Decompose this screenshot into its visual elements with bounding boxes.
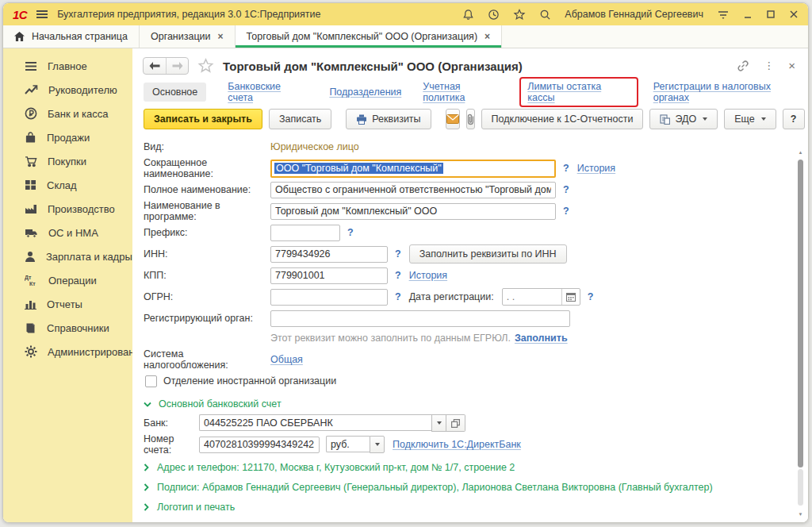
bank-dropdown-button[interactable] — [431, 414, 446, 432]
history-nav-buttons — [143, 57, 189, 75]
foreign-branch-checkbox[interactable] — [145, 375, 157, 387]
tax-system-label: Система налогообложения: — [144, 348, 270, 371]
close-form-icon[interactable]: × — [788, 59, 795, 72]
calendar-icon[interactable] — [561, 289, 580, 305]
attachments-button[interactable] — [466, 109, 475, 129]
maximize-icon[interactable] — [766, 10, 776, 19]
nav-bank-accounts[interactable]: Банковские счета — [228, 81, 308, 103]
tab-home[interactable]: Начальная страница — [3, 25, 140, 48]
nav-cash-limits[interactable]: Лимиты остатка кассы — [527, 81, 601, 103]
sidebar-item-directories[interactable]: Справочники — [3, 316, 132, 340]
tab-close-icon[interactable]: × — [485, 31, 490, 42]
printer-icon — [356, 114, 367, 125]
back-button[interactable] — [144, 58, 166, 74]
section-address-phone[interactable]: Адрес и телефон: 121170, Москва г, Кутуз… — [144, 457, 808, 477]
help-mark[interactable]: ? — [395, 291, 401, 302]
help-mark[interactable]: ? — [395, 248, 401, 260]
bank-account-section-toggle[interactable]: Основной банковский счет — [144, 394, 808, 414]
help-mark[interactable]: ? — [563, 184, 569, 195]
sidebar-item-main[interactable]: Главное — [3, 54, 132, 78]
section-tax-inspection[interactable]: Налоговая инспекция: 7799 Межрегиональна… — [144, 517, 808, 522]
kpp-history-link[interactable]: История — [409, 270, 447, 281]
close-window-icon[interactable] — [789, 10, 799, 19]
sidebar-item-label: Банк и касса — [48, 108, 109, 120]
short-name-input[interactable]: ООО "Торговый дом "Комплексный" — [270, 160, 556, 178]
tax-system-link[interactable]: Общая — [270, 354, 303, 365]
more-menu-icon[interactable]: ⋮ — [764, 62, 774, 70]
service-settings-icon[interactable] — [717, 10, 730, 20]
scroll-down-arrow[interactable]: ▼ — [798, 512, 803, 517]
kpp-input[interactable] — [270, 267, 388, 284]
section-label: Налоговая инспекция: 7799 Межрегиональна… — [157, 521, 555, 523]
bank-open-button[interactable] — [446, 414, 465, 432]
sidebar-item-purchases[interactable]: Покупки — [3, 149, 132, 173]
short-name-history-link[interactable]: История — [577, 163, 615, 174]
full-name-input[interactable] — [270, 182, 556, 198]
sidebar-item-warehouse[interactable]: Склад — [3, 173, 132, 197]
sidebar-item-operations[interactable]: ДтКт Операции — [3, 268, 132, 292]
scroll-up-arrow[interactable]: ▲ — [798, 150, 803, 155]
sidebar-item-production[interactable]: Производство — [3, 197, 132, 221]
program-name-input[interactable] — [270, 203, 556, 220]
nav-tax-registrations[interactable]: Регистрации в налоговых органах — [653, 81, 808, 103]
sidebar-item-sales[interactable]: Продажи — [3, 125, 132, 149]
help-button[interactable]: ? — [783, 109, 805, 129]
form-navigation: Основное Банковские счета Подразделения … — [144, 82, 808, 102]
help-mark[interactable]: ? — [395, 270, 401, 281]
help-mark[interactable]: ? — [563, 206, 569, 217]
fill-by-inn-button[interactable]: Заполнить реквизиты по ИНН — [409, 244, 567, 264]
selected-text: ООО "Торговый дом "Комплексный" — [274, 163, 443, 174]
bank-label: Банк: — [144, 417, 199, 429]
minimize-icon[interactable] — [743, 10, 753, 19]
send-email-button[interactable] — [446, 109, 460, 129]
favorites-star-icon[interactable] — [513, 9, 526, 21]
requisites-button[interactable]: Реквизиты — [346, 109, 431, 129]
edo-button[interactable]: ЭДО — [649, 109, 718, 129]
ogrn-input[interactable] — [270, 289, 388, 306]
nav-main[interactable]: Основное — [144, 83, 206, 102]
save-and-close-button[interactable]: Записать и закрыть — [144, 109, 262, 129]
section-logo-stamp[interactable]: Логотип и печать — [144, 497, 808, 517]
forward-button[interactable] — [166, 58, 188, 74]
prefix-input[interactable] — [270, 225, 340, 241]
inn-input[interactable] — [270, 246, 388, 263]
notifications-bell-icon[interactable] — [462, 9, 474, 21]
sidebar-item-salary-hr[interactable]: Зарплата и кадры — [3, 244, 132, 268]
sidebar-item-fixed-assets[interactable]: ОС и НМА — [3, 221, 132, 244]
ogrn-label: ОГРН: — [144, 291, 270, 302]
sidebar-item-bank-cash[interactable]: Банк и касса — [3, 102, 132, 125]
help-mark[interactable]: ? — [347, 227, 354, 238]
sidebar-item-manager[interactable]: Руководителю — [3, 78, 132, 102]
search-icon[interactable] — [539, 9, 551, 21]
get-link-icon[interactable] — [737, 60, 749, 72]
section-signatures[interactable]: Подписи: Абрамов Геннадий Сергеевич (Ген… — [144, 477, 808, 497]
sidebar-item-administration[interactable]: Администрирование — [3, 340, 132, 364]
currency-dropdown-button[interactable] — [370, 436, 385, 453]
account-input[interactable] — [199, 437, 320, 453]
scrollbar-thumb[interactable] — [798, 160, 803, 467]
help-mark[interactable]: ? — [588, 291, 594, 302]
bank-input[interactable] — [199, 414, 431, 431]
more-actions-button[interactable]: Еще — [724, 109, 776, 129]
favorite-star-icon[interactable] — [197, 58, 214, 74]
help-mark[interactable]: ? — [563, 163, 569, 174]
reg-date-input[interactable] — [503, 290, 561, 304]
currency-input[interactable] — [326, 436, 370, 452]
chevron-right-icon — [144, 483, 149, 491]
egrul-fill-link[interactable]: Заполнить — [515, 333, 568, 344]
main-menu-icon[interactable] — [36, 10, 48, 19]
tab-organizations[interactable]: Организации × — [140, 25, 236, 48]
tab-organization-card[interactable]: Торговый дом "Комплексный" ООО (Организа… — [236, 25, 502, 48]
nav-accounting-policy[interactable]: Учетная политика — [423, 81, 504, 103]
connect-1c-reporting-button[interactable]: Подключение к 1С-Отчетности — [481, 109, 644, 129]
tab-close-icon[interactable]: × — [218, 31, 224, 42]
current-user[interactable]: Абрамов Геннадий Сергеевич — [565, 9, 703, 20]
section-label: Адрес и телефон: 121170, Москва г, Кутуз… — [157, 462, 515, 473]
sidebar-item-reports[interactable]: Отчеты — [3, 292, 132, 316]
directbank-link[interactable]: Подключить 1С:ДиректБанк — [393, 439, 521, 450]
reg-organ-input[interactable] — [270, 310, 570, 327]
vertical-scrollbar[interactable]: ▲ ▼ — [796, 150, 805, 517]
save-button[interactable]: Записать — [269, 109, 331, 129]
nav-departments[interactable]: Подразделения — [329, 87, 401, 98]
history-icon[interactable] — [488, 9, 500, 21]
